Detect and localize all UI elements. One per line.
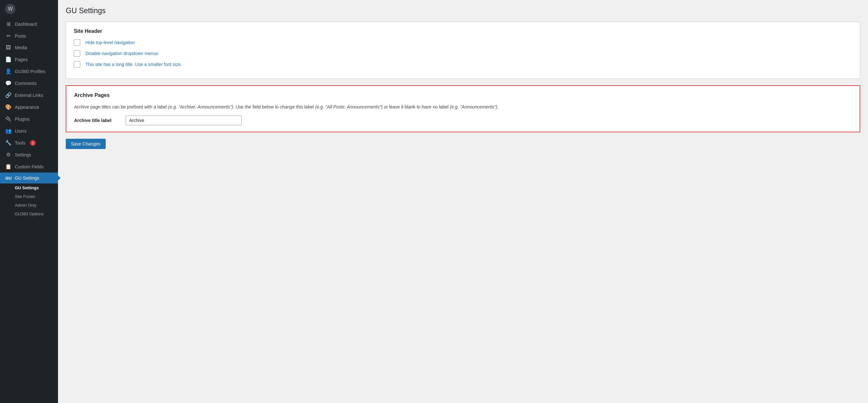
sidebar: W ⊞ Dashboard ✏ Posts 🖼 Media 📄 Pages 👤 … xyxy=(0,0,58,403)
sidebar-item-posts[interactable]: ✏ Posts xyxy=(0,30,58,42)
users-icon: 👥 xyxy=(5,128,11,134)
submenu-label: Admin Only xyxy=(15,203,36,208)
site-header-section: Site Header Hide top-level navigation Di… xyxy=(66,22,860,79)
sidebar-item-settings[interactable]: ⚙ Settings xyxy=(0,149,58,161)
archive-pages-section: Archive Pages Archive page titles can be… xyxy=(66,85,860,132)
gu-settings-icon: GU xyxy=(5,176,11,180)
submenu-item-site-footer[interactable]: Site Footer xyxy=(0,192,58,201)
sidebar-item-label: Dashboard xyxy=(15,22,37,27)
sidebar-arrow xyxy=(57,175,61,181)
sidebar-submenu: GU Settings Site Footer Admin Only GU360… xyxy=(0,183,58,218)
media-icon: 🖼 xyxy=(5,45,11,51)
sidebar-item-label: Settings xyxy=(15,152,31,158)
tools-badge: 2 xyxy=(30,140,36,146)
checkbox-row-small-font: This site has a long title. Use a smalle… xyxy=(74,61,852,68)
sidebar-logo: W xyxy=(0,0,58,18)
archive-pages-title: Archive Pages xyxy=(74,92,852,98)
submenu-item-admin-only[interactable]: Admin Only xyxy=(0,201,58,209)
sidebar-item-label: External Links xyxy=(15,93,43,98)
disable-dropdown-label[interactable]: Disable navigation dropdown menus xyxy=(85,51,158,56)
sidebar-item-tools[interactable]: 🔧 Tools 2 xyxy=(0,137,58,149)
save-changes-button[interactable]: Save Changes xyxy=(66,139,106,149)
sidebar-item-label: GU Settings xyxy=(15,175,39,180)
sidebar-item-pages[interactable]: 📄 Pages xyxy=(0,54,58,65)
posts-icon: ✏ xyxy=(5,33,11,39)
sidebar-item-label: Appearance xyxy=(15,105,39,110)
site-header-title: Site Header xyxy=(74,28,852,34)
small-font-label[interactable]: This site has a long title. Use a smalle… xyxy=(85,62,182,67)
sidebar-item-label: Tools xyxy=(15,140,26,145)
tools-icon: 🔧 xyxy=(5,140,11,146)
submenu-item-gu-settings[interactable]: GU Settings xyxy=(0,183,58,192)
sidebar-item-label: Custom Fields xyxy=(15,164,43,169)
comments-icon: 💬 xyxy=(5,80,11,86)
submenu-item-gu360-options[interactable]: GU360 Options xyxy=(0,209,58,218)
settings-icon: ⚙ xyxy=(5,152,11,158)
sidebar-item-label: Users xyxy=(15,128,27,134)
submenu-label: Site Footer xyxy=(15,194,35,199)
hide-nav-label[interactable]: Hide top-level navigation xyxy=(85,40,135,45)
hide-nav-checkbox[interactable] xyxy=(74,39,80,46)
archive-title-label: Archive title label xyxy=(74,118,119,123)
sidebar-item-gu360profiles[interactable]: 👤 GU360 Profiles xyxy=(0,65,58,77)
sidebar-item-label: Plugins xyxy=(15,116,30,122)
custom-fields-icon: 📋 xyxy=(5,164,11,170)
sidebar-item-appearance[interactable]: 🎨 Appearance xyxy=(0,101,58,113)
sidebar-item-label: Posts xyxy=(15,33,26,39)
sidebar-item-plugins[interactable]: 🔌 Plugins xyxy=(0,113,58,125)
form-actions: Save Changes xyxy=(66,139,860,149)
archive-title-form-row: Archive title label xyxy=(74,115,852,125)
submenu-label: GU360 Options xyxy=(15,211,44,216)
checkbox-row-hide-nav: Hide top-level navigation xyxy=(74,39,852,46)
sidebar-item-external-links[interactable]: 🔗 External Links xyxy=(0,89,58,101)
small-font-checkbox[interactable] xyxy=(74,61,80,68)
archive-description: Archive page titles can be prefixed with… xyxy=(74,103,852,110)
sidebar-item-media[interactable]: 🖼 Media xyxy=(0,42,58,54)
sidebar-item-label: Comments xyxy=(15,81,37,86)
page-title: GU Settings xyxy=(66,6,860,15)
plugins-icon: 🔌 xyxy=(5,116,11,122)
disable-dropdown-checkbox[interactable] xyxy=(74,50,80,57)
sidebar-item-gu-settings[interactable]: GU GU Settings xyxy=(0,172,58,183)
sidebar-item-users[interactable]: 👥 Users xyxy=(0,125,58,137)
dashboard-icon: ⊞ xyxy=(5,21,11,27)
checkbox-row-disable-dropdown: Disable navigation dropdown menus xyxy=(74,50,852,57)
sidebar-item-label: Media xyxy=(15,45,27,50)
sidebar-item-label: GU360 Profiles xyxy=(15,69,45,74)
sidebar-item-label: Pages xyxy=(15,57,28,62)
sidebar-item-custom-fields[interactable]: 📋 Custom Fields xyxy=(0,161,58,172)
archive-title-input[interactable] xyxy=(126,115,242,125)
external-links-icon: 🔗 xyxy=(5,92,11,98)
main-content: GU Settings Site Header Hide top-level n… xyxy=(58,0,868,403)
submenu-label: GU Settings xyxy=(15,186,39,190)
sidebar-item-comments[interactable]: 💬 Comments xyxy=(0,77,58,89)
appearance-icon: 🎨 xyxy=(5,104,11,110)
gu360profiles-icon: 👤 xyxy=(5,68,11,74)
pages-icon: 📄 xyxy=(5,56,11,62)
wp-icon: W xyxy=(5,4,16,14)
sidebar-item-dashboard[interactable]: ⊞ Dashboard xyxy=(0,18,58,30)
